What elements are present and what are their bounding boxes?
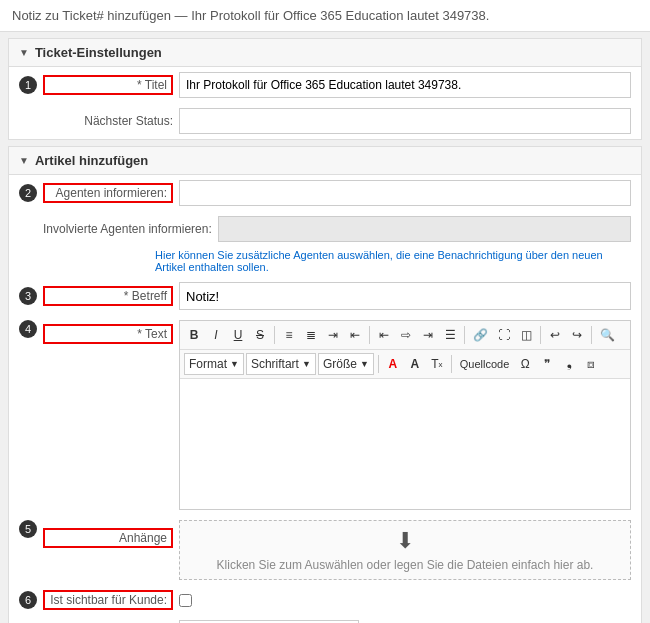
ticket-settings-section: ▼ Ticket-Einstellungen 1 * Titel Nächste… — [8, 38, 642, 140]
find-button[interactable]: 🔍 — [596, 324, 619, 346]
table-button[interactable]: ◫ — [516, 324, 536, 346]
agents-inform-input[interactable] — [179, 180, 631, 206]
strikethrough-button[interactable]: S — [250, 324, 270, 346]
upload-icon: ⬇ — [396, 528, 414, 554]
tb-sep-1 — [274, 326, 275, 344]
badge-3: 3 — [19, 287, 37, 305]
ordered-list-button[interactable]: ≡ — [279, 324, 299, 346]
text-row: 4 * Text B I U S ≡ ≣ ⇥ ⇤ ⇤ ⇨ ⇥ ☰ 🔗 ⛶ — [9, 315, 641, 515]
editor-toolbar-2: Format ▼ Schriftart ▼ Größe ▼ A A Tx Que… — [180, 350, 630, 379]
subject-input[interactable] — [179, 282, 631, 310]
special-chars-button[interactable]: Ω — [515, 353, 535, 375]
font-color-button[interactable]: A — [383, 353, 403, 375]
align-left-button[interactable]: ⇤ — [374, 324, 394, 346]
agents-info-text: Hier können Sie zusätzliche Agenten ausw… — [9, 247, 641, 277]
align-right-button[interactable]: ⇥ — [418, 324, 438, 346]
tb-sep-2 — [369, 326, 370, 344]
ticket-settings-toggle[interactable]: ▼ Ticket-Einstellungen — [9, 39, 641, 67]
tb-sep-3 — [464, 326, 465, 344]
size-label: Größe — [323, 357, 357, 371]
collapse-icon: ▼ — [19, 47, 29, 58]
next-status-row: Nächster Status: — [9, 103, 641, 139]
visible-label: Ist sichtbar für Kunde: — [43, 590, 173, 610]
blockquote1-button[interactable]: ❞ — [537, 353, 557, 375]
agents-inform-row: 2 Agenten informieren: — [9, 175, 641, 211]
clear-format-button[interactable]: Tx — [427, 353, 447, 375]
subject-label: * Betreff — [43, 286, 173, 306]
article-toggle[interactable]: ▼ Artikel hinzufügen — [9, 147, 641, 175]
visible-row: 6 Ist sichtbar für Kunde: — [9, 585, 641, 615]
ticket-settings-title: Ticket-Einstellungen — [35, 45, 162, 60]
badge-6: 6 — [19, 591, 37, 609]
text-label: * Text — [43, 324, 173, 344]
attachment-hint: Klicken Sie zum Auswählen oder legen Sie… — [217, 558, 594, 572]
format-dropdown[interactable]: Format ▼ — [184, 353, 244, 375]
title-input[interactable] — [179, 72, 631, 98]
involved-agents-row: Involvierte Agenten informieren: — [9, 211, 641, 247]
indent-button[interactable]: ⇥ — [323, 324, 343, 346]
visible-checkbox[interactable] — [179, 594, 192, 607]
tb-sep-5 — [591, 326, 592, 344]
font-label: Schriftart — [251, 357, 299, 371]
italic-button[interactable]: I — [206, 324, 226, 346]
next-status-input[interactable] — [179, 108, 631, 134]
next-status-label: Nächster Status: — [43, 114, 173, 128]
badge-2: 2 — [19, 184, 37, 202]
tb-sep-4 — [540, 326, 541, 344]
article-section-title: Artikel hinzufügen — [35, 153, 148, 168]
article-section: ▼ Artikel hinzufügen 2 Agenten informier… — [8, 146, 642, 623]
image-button[interactable]: ⛶ — [494, 324, 514, 346]
source-button[interactable]: Quellcode — [456, 353, 514, 375]
tb-sep-6 — [378, 355, 379, 373]
visible-checkbox-row — [179, 594, 192, 607]
undo-button[interactable]: ↩ — [545, 324, 565, 346]
badge-1: 1 — [19, 76, 37, 94]
editor-body[interactable] — [180, 379, 630, 509]
tb-sep-7 — [451, 355, 452, 373]
title-label: * Titel — [43, 75, 173, 95]
attachments-row: 5 Anhänge ⬇ Klicken Sie zum Auswählen od… — [9, 515, 641, 585]
format-arrow-icon: ▼ — [230, 359, 239, 369]
blockquote2-button[interactable]: ❟ — [559, 353, 579, 375]
subject-row: 3 * Betreff — [9, 277, 641, 315]
font-arrow-icon: ▼ — [302, 359, 311, 369]
title-row: 1 * Titel — [9, 67, 641, 103]
article-collapse-icon: ▼ — [19, 155, 29, 166]
redo-button[interactable]: ↪ — [567, 324, 587, 346]
page-title: Notiz zu Ticket# hinzufügen — Ihr Protok… — [12, 8, 489, 23]
attachment-dropzone[interactable]: ⬇ Klicken Sie zum Auswählen oder legen S… — [179, 520, 631, 580]
align-justify-button[interactable]: ☰ — [440, 324, 460, 346]
link-button[interactable]: 🔗 — [469, 324, 492, 346]
attachments-label: Anhänge — [43, 528, 173, 548]
time-row: Zeiteinheiten (AEs): — [9, 615, 641, 623]
format-label: Format — [189, 357, 227, 371]
outdent-button[interactable]: ⇤ — [345, 324, 365, 346]
text-editor: B I U S ≡ ≣ ⇥ ⇤ ⇤ ⇨ ⇥ ☰ 🔗 ⛶ ◫ ↩ ↪ — [179, 320, 631, 510]
fullscreen-button[interactable]: ⧈ — [581, 353, 601, 375]
bold-button[interactable]: B — [184, 324, 204, 346]
unordered-list-button[interactable]: ≣ — [301, 324, 321, 346]
agents-inform-label: Agenten informieren: — [43, 183, 173, 203]
involved-agents-input — [218, 216, 631, 242]
font-dropdown[interactable]: Schriftart ▼ — [246, 353, 316, 375]
badge-5: 5 — [19, 520, 37, 538]
editor-toolbar-1: B I U S ≡ ≣ ⇥ ⇤ ⇤ ⇨ ⇥ ☰ 🔗 ⛶ ◫ ↩ ↪ — [180, 321, 630, 350]
size-dropdown[interactable]: Größe ▼ — [318, 353, 374, 375]
underline-button[interactable]: U — [228, 324, 248, 346]
page-header: Notiz zu Ticket# hinzufügen — Ihr Protok… — [0, 0, 650, 32]
involved-agents-label: Involvierte Agenten informieren: — [43, 222, 212, 236]
badge-4: 4 — [19, 320, 37, 338]
align-center-button[interactable]: ⇨ — [396, 324, 416, 346]
bg-color-button[interactable]: A — [405, 353, 425, 375]
size-arrow-icon: ▼ — [360, 359, 369, 369]
